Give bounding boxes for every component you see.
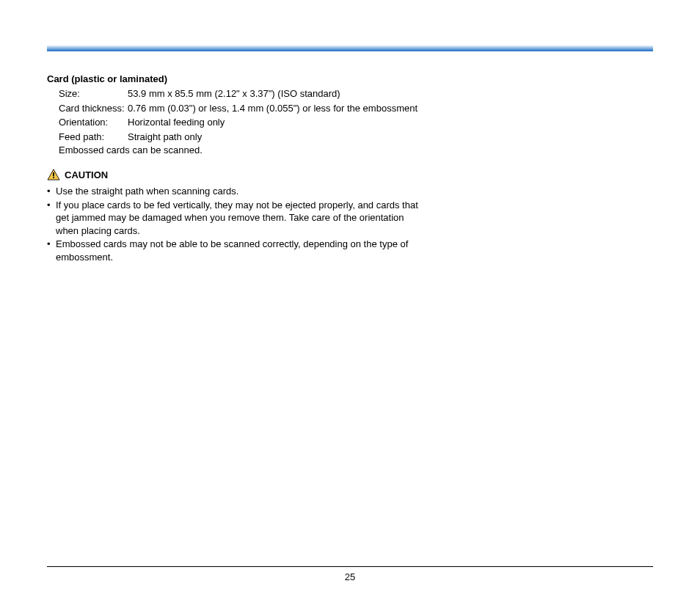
caution-header: CAUTION	[47, 169, 429, 180]
spec-row-size: Size: 53.9 mm x 85.5 mm (2.12" x 3.37") …	[59, 87, 429, 100]
caution-list: Use the straight path when scanning card…	[47, 185, 429, 263]
spec-value: Horizontal feeding only	[128, 116, 429, 129]
spec-label: Orientation:	[59, 116, 128, 129]
page-container: Card (plastic or laminated) Size: 53.9 m…	[0, 0, 700, 600]
header-rule	[47, 45, 653, 51]
spec-table: Size: 53.9 mm x 85.5 mm (2.12" x 3.37") …	[59, 87, 429, 156]
spec-label: Size:	[59, 87, 128, 100]
footer-rule	[47, 566, 653, 567]
spec-row-thickness: Card thickness: 0.76 mm (0.03") or less,…	[59, 102, 429, 115]
content-area: Card (plastic or laminated) Size: 53.9 m…	[47, 73, 429, 263]
spec-label: Feed path:	[59, 131, 128, 144]
caution-icon	[47, 169, 60, 180]
caution-label: CAUTION	[65, 169, 108, 180]
spec-value: 53.9 mm x 85.5 mm (2.12" x 3.37") (ISO s…	[128, 87, 429, 100]
spec-label: Card thickness:	[59, 102, 128, 115]
spec-note: Embossed cards can be scanned.	[59, 144, 429, 156]
spec-row-feedpath: Feed path: Straight path only	[59, 131, 429, 144]
caution-item: Embossed cards may not be able to be sca…	[47, 238, 429, 263]
svg-rect-0	[53, 172, 54, 176]
section-title: Card (plastic or laminated)	[47, 73, 429, 84]
spec-value: 0.76 mm (0.03") or less, 1.4 mm (0.055")…	[128, 102, 429, 115]
svg-rect-1	[53, 177, 54, 178]
caution-item: If you place cards to be fed vertically,…	[47, 199, 429, 238]
caution-item: Use the straight path when scanning card…	[47, 185, 429, 198]
spec-value: Straight path only	[128, 131, 429, 144]
page-number: 25	[47, 571, 653, 582]
page-footer: 25	[47, 566, 653, 582]
spec-row-orientation: Orientation: Horizontal feeding only	[59, 116, 429, 129]
